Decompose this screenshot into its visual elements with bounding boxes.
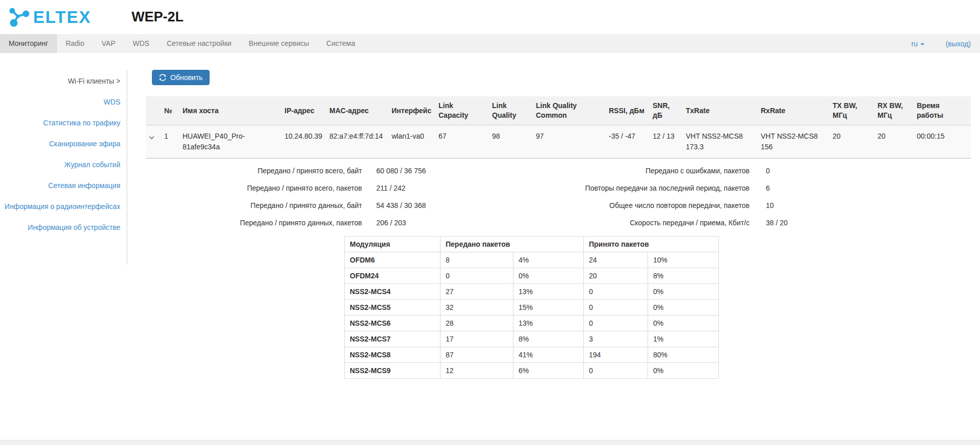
stat-label: Повторы передачи за последний период, па… [528,183,750,194]
main-panel: Обновить № Имя хоста IP-адрес MAC-адрес … [127,53,980,379]
main-navbar: Мониторинг Radio VAP WDS Сетевые настрой… [0,34,980,53]
client-stats-left: Передано / принято всего, байт 60 080 / … [146,166,426,235]
sidebar-item-network-info[interactable]: Сетевая информация [48,181,120,190]
stat-row: Передано / принято данных, пакетов 206 /… [146,218,426,228]
col-header-num: № [160,96,178,125]
modulation-rx-count-cell: 0 [584,363,648,379]
sidebar-item-traffic-statistics[interactable]: Статистика по трафику [43,119,120,127]
sidebar-item-device-info[interactable]: Информация об устройстве [28,223,120,231]
stat-row: Общее число повторов передачи, пакетов 1… [528,200,788,211]
tab-system[interactable]: Система [318,34,364,53]
stat-row: Повторы передачи за последний период, па… [528,183,788,194]
chevron-down-icon[interactable] [149,135,154,140]
footer-bar [0,440,980,445]
sidebar-item-event-log[interactable]: Журнал событий [64,161,120,169]
modulation-table: Модуляция Передано пакетов Принято пакет… [344,236,719,379]
modulation-rx-count-cell: 0 [584,316,648,331]
stat-value: 206 / 203 [376,218,406,228]
col-header-rxrate: RxRate [757,96,829,125]
modulation-rx-count-cell: 0 [584,284,648,300]
sidebar: Wi-Fi клиенты > WDS Статистика по трафик… [0,53,127,379]
sidebar-item-air-scan[interactable]: Сканирование эфира [49,140,120,148]
client-interface-cell: wlan1-va0 [388,125,434,159]
modulation-tx-count-cell: 27 [441,284,513,300]
refresh-button[interactable]: Обновить [152,70,210,85]
tab-wds[interactable]: WDS [124,34,158,53]
client-link-quality-common-cell: 97 [532,125,605,159]
stat-label: Передано / принято данных, байт [146,200,362,211]
modulation-rx-pct-cell: 0% [648,284,719,300]
stat-row: Передано / принято данных, байт 54 438 /… [146,200,426,211]
logout-link[interactable]: (выход) [946,40,971,48]
client-expand-cell [146,125,160,159]
eltex-logo: ELTEX [7,7,125,28]
eltex-molecule-icon [7,7,31,28]
sidebar-item-wifi-clients[interactable]: Wi-Fi клиенты > [68,77,120,85]
stat-row: Передано / принято всего, байт 60 080 / … [146,166,426,176]
modulation-row: NSS2-MCS8 87 41% 194 80% [345,347,719,363]
col-header-tx-bw: TX BW, МГц [829,96,873,125]
modulation-tx-pct-cell: 15% [513,300,584,316]
tab-radio[interactable]: Radio [57,34,93,53]
tab-monitoring[interactable]: Мониторинг [0,34,57,53]
modulation-rx-count-cell: 24 [584,252,648,268]
stat-label: Передано / принято данных, пакетов [146,218,362,228]
stat-value: 211 / 242 [376,183,405,194]
modulation-row: NSS2-MCS5 32 15% 0 0% [345,300,719,316]
client-row: 1 HUAWEI_P40_Pro-81afe9c34a 10.24.80.39 … [146,125,971,159]
client-link-quality-cell: 98 [488,125,532,159]
modulation-tx-pct-cell: 6% [513,363,584,379]
col-header-txrate: TxRate [682,96,757,125]
stat-value: 6 [766,183,770,194]
modulation-name-cell: OFDM24 [345,268,441,284]
modulation-rx-pct-cell: 1% [648,331,719,347]
modulation-tx-count-cell: 17 [441,331,513,347]
client-details: Передано / принято всего, байт 60 080 / … [146,166,971,234]
language-dropdown[interactable]: ru [911,40,924,48]
language-value: ru [911,40,917,48]
modulation-name-cell: NSS2-MCS7 [345,331,441,347]
client-snr-cell: 12 / 13 [649,125,682,159]
modulation-tx-count-cell: 32 [441,300,513,316]
col-header-link-quality: Link Quality [488,96,532,125]
mod-col-header-modulation: Модуляция [345,237,441,252]
stat-row: Передано / принято всего, пакетов 211 / … [146,183,426,194]
tab-network-settings[interactable]: Сетевые настройки [158,34,240,53]
modulation-tx-pct-cell: 41% [513,347,584,363]
clients-table: № Имя хоста IP-адрес MAC-адрес Интерфейс… [146,96,971,159]
navbar-right: ru (выход) [911,34,980,53]
modulation-tx-pct-cell: 8% [513,331,584,347]
mod-col-header-tx-packets: Передано пакетов [441,237,584,252]
stat-label: Скорость передачи / приема, Кбит/с [528,218,750,228]
refresh-button-label: Обновить [170,73,202,82]
modulation-tx-pct-cell: 13% [513,284,584,300]
col-header-rssi: RSSI, дБм [605,96,649,125]
stat-value: 10 [766,200,774,211]
col-header-mac: MAC-адрес [325,96,388,125]
col-header-expand [146,96,160,125]
stat-value: 0 [766,166,770,176]
modulation-name-cell: NSS2-MCS4 [345,284,441,300]
modulation-row: NSS2-MCS7 17 8% 3 1% [345,331,719,347]
sidebar-item-radio-interfaces-info[interactable]: Информация о радиоинтерфейсах [5,202,120,211]
modulation-rx-count-cell: 194 [584,347,648,363]
app-header: ELTEX WEP-2L [0,0,980,34]
col-header-interface: Интерфейс [388,96,434,125]
client-hostname-cell: HUAWEI_P40_Pro-81afe9c34a [178,125,280,159]
stat-value: 60 080 / 36 756 [376,166,426,176]
col-header-uptime: Время работы [913,96,971,125]
tab-external-services[interactable]: Внешние сервисы [240,34,318,53]
modulation-name-cell: NSS2-MCS8 [345,347,441,363]
client-num-cell: 1 [160,125,178,159]
modulation-name-cell: NSS2-MCS5 [345,300,441,316]
logo-text: ELTEX [33,8,91,27]
sidebar-item-wds[interactable]: WDS [104,98,120,106]
stat-value: 54 438 / 30 368 [376,200,426,211]
stat-value: 38 / 20 [766,218,788,228]
col-header-ip: IP-адрес [280,96,325,125]
modulation-tx-pct-cell: 13% [513,316,584,331]
modulation-header-row: Модуляция Передано пакетов Принято пакет… [345,237,719,252]
modulation-tx-count-cell: 87 [441,347,513,363]
modulation-rx-pct-cell: 10% [648,252,719,268]
tab-vap[interactable]: VAP [93,34,124,53]
